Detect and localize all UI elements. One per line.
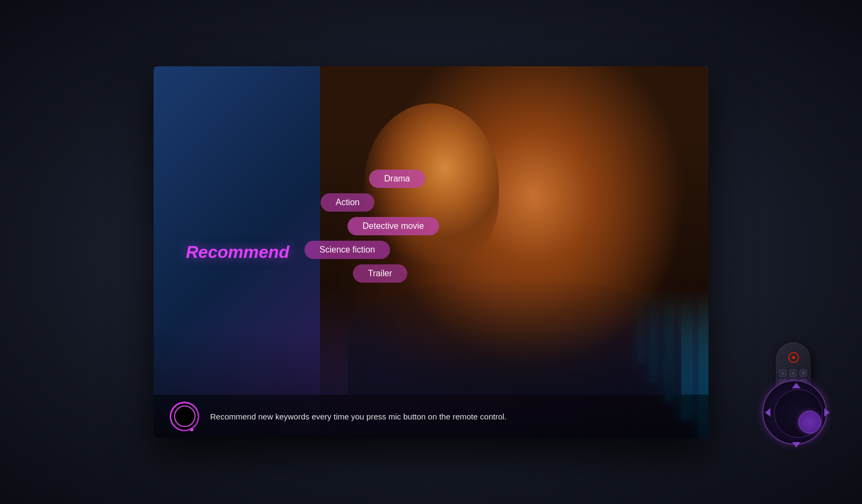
tag-scifi[interactable]: Science fiction <box>304 241 390 259</box>
recommend-label: Recommend <box>186 242 289 262</box>
dpad-right-arrow <box>824 408 830 417</box>
tag-row-drama: Drama <box>304 170 439 188</box>
tags-container: Drama Action Detective movie Science fic… <box>304 170 439 283</box>
tag-row-action: Action <box>304 193 439 212</box>
power-icon <box>792 356 795 359</box>
remote-power-button[interactable] <box>788 352 799 363</box>
bottom-bar: Recommend new keywords every time you pr… <box>154 395 708 438</box>
tag-row-detective: Detective movie <box>304 217 439 235</box>
instruction-text: Recommend new keywords every time you pr… <box>210 412 506 421</box>
tag-action[interactable]: Action <box>321 193 374 212</box>
dpad-area <box>760 380 830 450</box>
tv-frame: Recommend Drama Action Detective movie S… <box>154 66 708 438</box>
remote-btn-2[interactable]: 2 <box>789 369 797 377</box>
tag-row-trailer: Trailer <box>304 264 439 283</box>
tag-trailer[interactable]: Trailer <box>353 264 407 283</box>
tag-drama[interactable]: Drama <box>369 170 425 188</box>
tag-row-scifi: Science fiction <box>304 241 439 259</box>
dpad-down-arrow <box>792 442 801 447</box>
tv-screen: Recommend Drama Action Detective movie S… <box>154 66 708 438</box>
dpad-up-arrow <box>792 383 801 388</box>
mic-dot <box>190 428 193 431</box>
mic-inner-ring <box>174 405 196 427</box>
tag-detective[interactable]: Detective movie <box>347 217 439 235</box>
dpad-left-arrow <box>765 408 770 417</box>
dpad-arrows <box>762 380 832 450</box>
remote-btn-3[interactable]: 3 <box>800 369 807 377</box>
remote-control: 1 2 3 4 5 6 7 8 9 - + <box>765 342 830 461</box>
remote-btn-1[interactable]: 1 <box>779 369 787 377</box>
mic-icon-circle <box>170 402 199 431</box>
